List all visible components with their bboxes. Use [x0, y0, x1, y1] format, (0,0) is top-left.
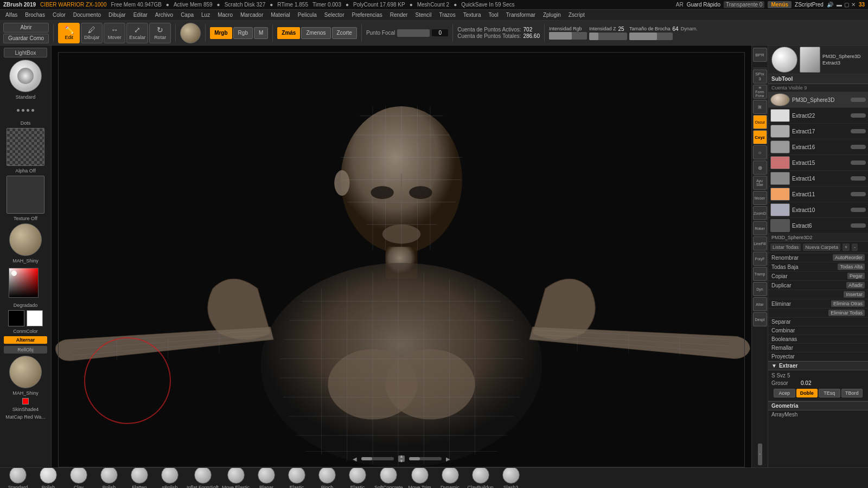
lightbox-button[interactable]: LightBox [4, 48, 47, 57]
menu-capa[interactable]: Capa [177, 11, 197, 18]
caudra-button[interactable]: ⊞ [753, 100, 767, 114]
renombrar-row[interactable]: Renombrar AutoReorder [768, 253, 868, 262]
e16-toggle[interactable] [851, 145, 866, 149]
menu-material[interactable]: Material [267, 11, 293, 18]
elimina-row[interactable]: Eliminar Elimina Otras [768, 299, 868, 309]
scroll-bar[interactable] [361, 457, 394, 460]
rgb-button[interactable]: Rgb [233, 27, 253, 39]
e6-toggle[interactable] [851, 223, 866, 228]
subtool-extract16[interactable]: Extract16 [768, 139, 868, 155]
color-picker[interactable] [7, 266, 44, 300]
subtool-extract14[interactable]: Extract14 [768, 171, 868, 187]
eliminar-todas-btn[interactable]: Eliminar Todas [828, 310, 865, 316]
intensity-rgb-slider[interactable] [549, 32, 587, 40]
insertar-btn[interactable]: Insertar [844, 291, 865, 298]
menu-editar[interactable]: Editar [130, 11, 151, 18]
brush-move-trim[interactable]: Move Trim [406, 467, 433, 488]
rt-btn1[interactable]: ○ [753, 145, 767, 159]
menu-zscript[interactable]: Zscript [565, 11, 588, 18]
menu-color[interactable]: Color [49, 11, 69, 18]
bpr-button[interactable]: BPR [753, 48, 767, 62]
pm3d-toggle[interactable] [851, 98, 866, 102]
draw-button[interactable]: 🖊 Dibujar [81, 23, 103, 43]
acep-button[interactable]: Acep [774, 389, 795, 397]
pegar-btn[interactable]: Pegar [847, 273, 865, 279]
material-sphere[interactable] [180, 23, 201, 43]
viewport-area[interactable]: ◀ ▲▼ ▶ [52, 46, 751, 467]
menu-render[interactable]: Render [387, 11, 411, 18]
carpeta-add-btn[interactable]: + [843, 243, 850, 251]
listar-todas-button[interactable]: Listar Todas [770, 243, 801, 251]
material-preview[interactable] [9, 223, 42, 256]
menu-documento[interactable]: Documento [70, 11, 104, 18]
scale-button[interactable]: ⤢ Escalar [126, 23, 148, 43]
brush-polish-1[interactable]: Polish [35, 467, 62, 488]
menu-archivo[interactable]: Archivo [152, 11, 176, 18]
menu-tool[interactable]: Tool [485, 11, 501, 18]
menu-preferencias[interactable]: Preferencias [349, 11, 386, 18]
white-swatch[interactable] [27, 310, 43, 326]
roker-button[interactable]: Roker [753, 221, 767, 235]
brush-polish-2[interactable]: Polish [95, 467, 123, 488]
elimina-otras-btn[interactable]: Elimina Otras [831, 300, 865, 307]
tbord-button[interactable]: TBord [841, 389, 863, 397]
scroll-indicators[interactable]: ◀ ▲▼ ▶ [353, 455, 450, 462]
carpeta-remove-btn[interactable]: - [852, 243, 858, 251]
menu-transformar[interactable]: Transformar [503, 11, 539, 18]
anadir-btn[interactable]: Añadir [846, 282, 865, 288]
brush-slash3[interactable]: Slash3 [497, 467, 525, 488]
e11-toggle[interactable] [851, 192, 866, 196]
mrgb-button[interactable]: Mrgb [210, 27, 232, 39]
dynamic-btn[interactable]: ≋ Form Forw [753, 85, 767, 99]
subtool-extract17[interactable]: Extract17 [768, 124, 868, 139]
brush-claybuildup[interactable]: ClayBuildup [467, 467, 494, 488]
zscriptpred-btn[interactable]: ZScriptPred [795, 2, 824, 8]
brush-flatten[interactable]: Flatten [126, 467, 153, 488]
eliminar-todas-row[interactable]: Eliminar Todas [768, 309, 868, 318]
desplaz-button[interactable]: Despl [753, 312, 767, 326]
brush-planar[interactable]: Planar [253, 467, 280, 488]
menus-btn[interactable]: Menús [768, 1, 792, 8]
e22-toggle[interactable] [851, 113, 866, 118]
geometria-header[interactable]: Geometria [768, 401, 868, 410]
scroll-bar2[interactable] [409, 457, 442, 460]
extract-preview[interactable] [800, 47, 820, 73]
brush-clay[interactable]: Clay [65, 467, 92, 488]
todas-alta-btn[interactable]: Todas Alta [838, 264, 865, 270]
insertar-row[interactable]: Insertar [768, 290, 868, 299]
menu-marcador[interactable]: Marcador [237, 11, 266, 18]
alternar-button[interactable]: Alternar [4, 336, 47, 344]
menu-trazos[interactable]: Trazos [436, 11, 458, 18]
menu-alfas[interactable]: Alfas [2, 11, 21, 18]
open-button[interactable]: Abrir [3, 23, 49, 33]
dynamic-label[interactable]: Dynam. [681, 26, 698, 31]
e10-toggle[interactable] [851, 208, 866, 212]
intensity-z-slider[interactable] [589, 33, 627, 40]
subtool-extract6[interactable]: Extract6 [768, 218, 868, 234]
texture-preview[interactable] [7, 176, 44, 214]
booleanas-row[interactable]: Booleanas [768, 335, 868, 344]
move-button[interactable]: ↔ Mover [104, 23, 125, 43]
transparente-btn[interactable]: Transparente 0 [724, 1, 764, 8]
e17-toggle[interactable] [851, 129, 866, 133]
copiar-row[interactable]: Copiar Pegar [768, 272, 868, 281]
pm3d-sphere-preview[interactable] [771, 47, 797, 73]
brush-dynamic[interactable]: Dynamic [437, 467, 464, 488]
cxyz-button[interactable]: Cxyz [753, 130, 767, 144]
black-swatch[interactable] [8, 310, 24, 326]
polyf-button[interactable]: PolyF [753, 252, 767, 266]
e14-toggle[interactable] [851, 176, 866, 181]
todas-baja-row[interactable]: Todas Baja Todas Alta [768, 262, 868, 272]
separar-row[interactable]: Separar [768, 318, 868, 326]
ayustar-button[interactable]: AyuStar [753, 176, 767, 190]
subtool-extract11[interactable]: Extract11 [768, 187, 868, 202]
moser-button[interactable]: Moser [753, 191, 767, 205]
doble-button[interactable]: Doble [796, 389, 818, 397]
extraer-section-header[interactable]: ▼ Extraer [768, 361, 868, 370]
zmenos-button[interactable]: Zmenos [301, 27, 330, 39]
alpha-preview[interactable] [7, 128, 44, 166]
material-preview2[interactable] [9, 356, 42, 388]
guard-label[interactable]: Guard Rápido [687, 2, 720, 8]
menu-zplugin[interactable]: Zplugin [540, 11, 564, 18]
subtool-extract10[interactable]: Extract10 [768, 202, 868, 218]
